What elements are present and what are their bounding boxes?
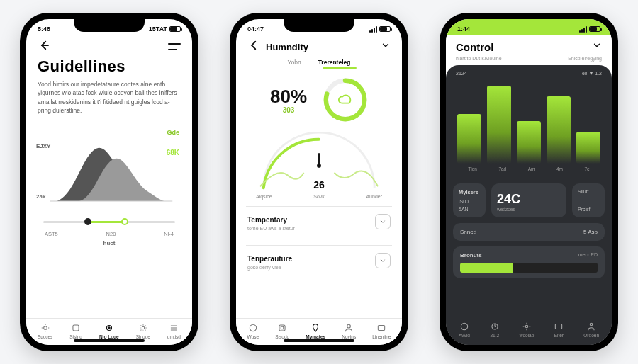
row-left: Snned [460, 229, 476, 235]
phone-guidelines: 5:48 15TAT Guidellines Yood himirs our i… [20, 13, 198, 351]
nav-label: Nuvins [342, 334, 356, 339]
svg-point-5 [142, 326, 145, 329]
humidity-ring [323, 77, 368, 123]
row-title: Tempentary [247, 216, 287, 224]
tick-1: N20 [106, 231, 116, 237]
range-slider[interactable] [43, 215, 175, 228]
notch [284, 19, 354, 32]
svg-rect-13 [379, 326, 385, 331]
bar-4 [576, 132, 600, 164]
notch [74, 19, 145, 32]
signal-icon [369, 26, 377, 33]
back-icon[interactable] [38, 39, 50, 55]
tab-trerenteleg[interactable]: Trerenteleg [318, 59, 351, 66]
bar-1 [487, 86, 511, 164]
svg-rect-2 [73, 325, 79, 331]
card-temperature[interactable]: 24C wedzoes [491, 183, 566, 217]
slider-ticks: AST5 N20 Nl-4 [45, 231, 174, 237]
card-row-2: Prclsf [578, 207, 599, 212]
nav-item-4[interactable]: dmtisd [167, 323, 181, 339]
nav-label: woolap [520, 333, 535, 338]
phone-humidity: 04:47 Humndity Yobn Trerenteleg 80% 303 [230, 13, 408, 351]
svg-point-10 [250, 324, 256, 331]
tab-yobn[interactable]: Yobn [288, 59, 301, 66]
slider-handle-right[interactable] [121, 218, 128, 225]
humidity-percent: 80% [270, 86, 307, 107]
status-time: 04:47 [247, 25, 264, 33]
page-title: Control [456, 41, 493, 53]
card-bronuts[interactable]: Bronuts mecr ED [453, 246, 605, 278]
chart-label-k: 68K [167, 149, 179, 157]
row-sub: tome EU aws a stetur [247, 226, 295, 231]
chevron-down-icon[interactable] [592, 40, 602, 53]
battery-icon [589, 26, 600, 32]
back-icon[interactable] [247, 39, 260, 55]
nav-item-2[interactable]: Nio Loue [99, 323, 119, 339]
bar-chart: Tlen7adAm4m7e [452, 79, 606, 178]
nav-item-0[interactable]: Succes [38, 323, 52, 339]
nav-item-1[interactable]: Sisodo [275, 323, 289, 339]
row-snned[interactable]: Snned 5 Asp [453, 223, 605, 241]
expand-button[interactable] [375, 214, 391, 229]
nav-item-3[interactable]: Sinode [136, 323, 150, 339]
chart-label-g: Gde [167, 129, 179, 136]
nav-item-3[interactable]: Eiter [554, 322, 564, 338]
card-right[interactable]: Sliutt Prclsf [572, 183, 605, 217]
card-mylsers[interactable]: Mylsers iS00 5AN [453, 183, 486, 217]
row-temperature[interactable]: Tenperauturegoko derfy vhle [246, 245, 392, 273]
nav-item-2[interactable]: woolap [520, 322, 535, 338]
segmented-tabs: Yobn Trerenteleg [236, 57, 402, 69]
battery-icon [379, 26, 391, 32]
dark-panel: 2124 el! ▼ 1.2 Tlen7adAm4m7e Mylsers iS0… [446, 65, 612, 345]
nav-item-3[interactable]: Nuvins [342, 323, 356, 339]
description-text: Yood himirs our impedetataure contes aln… [26, 80, 192, 120]
card-row-1: Sliutt [578, 189, 599, 194]
nav-label: Eiter [554, 333, 564, 338]
chart-y-label-1: EJXY [36, 143, 50, 149]
bronuts-right: mecr ED [578, 252, 598, 258]
card-row-1: iS00 [459, 199, 480, 204]
subheader-right: Enicd elregying [568, 56, 602, 61]
nav-item-4[interactable]: Lineniine [372, 323, 391, 339]
home-indicator [284, 339, 354, 342]
nav-label: Lineniine [372, 334, 391, 339]
slider-handle-left[interactable] [84, 218, 91, 225]
bar-0 [457, 114, 481, 164]
chart-y-label-2: 2ak [36, 193, 45, 200]
svg-point-4 [108, 327, 110, 329]
expand-button[interactable] [375, 253, 391, 268]
chevron-down-icon[interactable] [381, 40, 391, 53]
card-label: Mylsers [459, 189, 480, 195]
bronuts-title: Bronuts [460, 252, 482, 258]
panel-top-left: 2124 [456, 71, 467, 76]
svg-point-1 [43, 326, 47, 330]
nav-item-2[interactable]: Mymates [306, 323, 325, 339]
svg-point-14 [461, 323, 467, 329]
x-tick-0: Tlen [468, 166, 477, 171]
gauge-right: Aunder [366, 194, 382, 199]
nav-label: Sising [69, 334, 82, 339]
menu-icon[interactable] [168, 43, 181, 50]
humidity-value: 80% 303 [270, 86, 307, 114]
row-sub: goko derfy vhle [247, 265, 292, 270]
page-title: Guidellines [38, 57, 181, 76]
row-title: Tenperauture [247, 255, 292, 263]
nav-item-4[interactable]: Ordoen [583, 322, 599, 338]
nav-item-1[interactable]: Sising [69, 323, 82, 339]
temperature-gauge: 26 Sovk Alqsice Aunder [249, 132, 389, 195]
gauge-sub: Sovk [313, 194, 325, 199]
status-bar: 1:44 [446, 19, 612, 35]
nav-item-0[interactable]: Avvid [459, 322, 470, 338]
svg-rect-17 [556, 324, 562, 329]
signal-icon [579, 26, 587, 33]
nav-item-1[interactable]: 21.2 [490, 322, 500, 338]
row-tempentary[interactable]: Tempentarytome EU aws a stetur [246, 206, 392, 234]
x-tick-4: 7e [584, 166, 589, 171]
x-tick-3: 4m [556, 166, 563, 171]
svg-point-16 [525, 325, 528, 328]
nav-item-0[interactable]: Wuse [247, 323, 259, 339]
gauge-left: Alqsice [256, 194, 272, 199]
progress-bar [460, 263, 598, 273]
subheader-row: nlart to Dut Kiviouine Enicd elregying [446, 56, 612, 65]
nav-label: Mymates [306, 334, 325, 339]
